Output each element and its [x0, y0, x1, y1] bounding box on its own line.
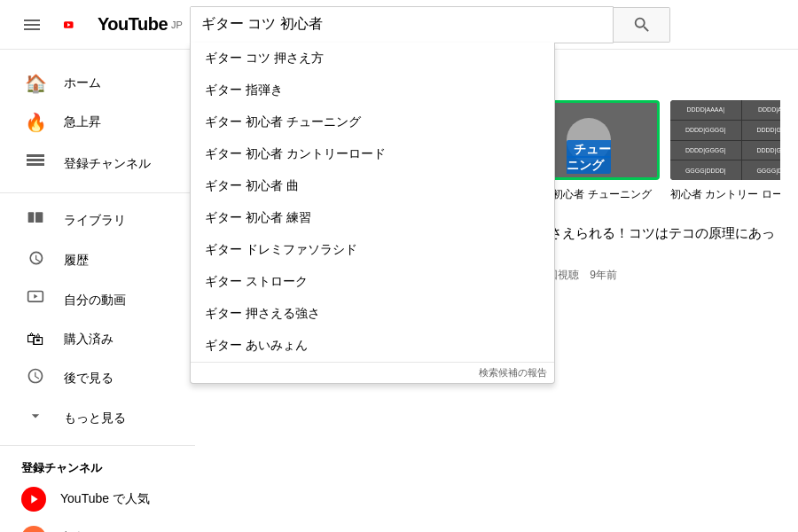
video-thumb-3: DDDD|AAAA| DDDD|AAAA| DDDD|GGGG| DDDD|GG…: [670, 100, 780, 180]
sidebar-label-subscriptions: 登録チャンネル: [64, 156, 151, 172]
dropdown-item-0[interactable]: ギター コツ 押さえ方: [191, 43, 554, 74]
tuning-label: チューニング: [567, 140, 611, 174]
svg-marker-9: [31, 495, 37, 503]
watch-later-svg: [27, 367, 44, 385]
trending-icon: 🔥: [25, 112, 46, 133]
home-icon: 🏠: [25, 73, 46, 94]
video-card-3[interactable]: DDDD|AAAA| DDDD|AAAA| DDDD|GGGG| DDDD|GG…: [670, 100, 780, 202]
search-input[interactable]: [191, 7, 613, 43]
search-container: ギター コツ 押さえ方 ギター 指弾き ギター 初心者 チューニング ギター 初…: [190, 6, 670, 43]
purchases-icon: 🛍: [25, 329, 46, 349]
channel-icon-popular: [21, 487, 46, 512]
dropdown-item-6[interactable]: ギター ドレミファソラシド: [191, 234, 554, 266]
my-videos-svg: [27, 289, 44, 307]
svg-rect-2: [27, 154, 44, 157]
header-left: YouTubeJP: [14, 7, 183, 43]
svg-rect-5: [28, 212, 35, 223]
search-wrapper: ギター コツ 押さえ方 ギター 指弾き ギター 初心者 チューニング ギター 初…: [190, 6, 614, 43]
dropdown-item-1[interactable]: ギター 指弾き: [191, 74, 554, 106]
sidebar-label-trending: 急上昇: [64, 114, 101, 130]
sidebar-item-subscriptions[interactable]: 登録チャンネル: [4, 142, 192, 185]
my-videos-icon: [25, 289, 46, 311]
sidebar-top-section: 🏠 ホーム 🔥 急上昇 登録チャンネル: [0, 57, 195, 193]
sidebar-channels-section: 登録チャンネル YouTube で人気 ♪ 音楽 ⚽: [0, 446, 195, 532]
channel-icon-music: ♪: [21, 526, 46, 532]
sidebar-item-library[interactable]: ライブラリ: [4, 200, 192, 240]
sidebar-label-history: 履歴: [64, 253, 89, 269]
youtube-logo[interactable]: YouTubeJP: [64, 14, 183, 35]
watch-later-icon: [25, 367, 46, 389]
subscriptions-icon: [25, 151, 46, 176]
dropdown-item-7[interactable]: ギター ストローク: [191, 266, 554, 298]
channel-icon-popular-svg: [27, 492, 41, 506]
header: YouTubeJP ギター コツ 押さえ方 ギター 指弾き ギター 初心者 チュ…: [0, 0, 798, 50]
sidebar-item-more[interactable]: もっと見る: [4, 398, 192, 438]
app-container: YouTubeJP ギター コツ 押さえ方 ギター 指弾き ギター 初心者 チュ…: [0, 0, 798, 532]
sidebar-item-trending[interactable]: 🔥 急上昇: [4, 103, 192, 142]
sidebar-item-purchases[interactable]: 🛍 購入済み: [4, 320, 192, 358]
library-icon: [25, 209, 46, 231]
sidebar-label-library: ライブラリ: [64, 213, 126, 229]
logo-text: YouTube: [98, 14, 168, 35]
svg-marker-8: [34, 294, 37, 299]
sidebar-item-watch-later[interactable]: 後で見る: [4, 358, 192, 398]
dropdown-footer[interactable]: 検索候補の報告: [191, 362, 554, 383]
sidebar-label-home: ホーム: [64, 75, 101, 91]
dropdown-item-5[interactable]: ギター 初心者 練習: [191, 202, 554, 234]
channel-item-popular[interactable]: YouTube で人気: [0, 480, 195, 519]
grid-thumb: DDDD|AAAA| DDDD|AAAA| DDDD|GGGG| DDDD|GG…: [670, 100, 780, 180]
sidebar: 🏠 ホーム 🔥 急上昇 登録チャンネル: [0, 50, 195, 532]
dropdown-item-4[interactable]: ギター 初心者 曲: [191, 170, 554, 202]
svg-rect-6: [35, 212, 43, 223]
more-icon: [25, 407, 46, 429]
sidebar-label-my-videos: 自分の動画: [64, 293, 126, 309]
sidebar-item-history[interactable]: 履歴: [4, 240, 192, 280]
sidebar-item-home[interactable]: 🏠 ホーム: [4, 64, 192, 103]
channel-label-popular: YouTube で人気: [60, 491, 150, 507]
search-icon: [632, 15, 652, 35]
search-button[interactable]: [614, 7, 670, 43]
video-title-3: 初心者 カントリー ロード: [670, 187, 780, 202]
library-svg: [27, 209, 44, 227]
subscriptions-svg: [25, 151, 46, 172]
sidebar-label-purchases: 購入済み: [64, 332, 113, 348]
sidebar-label-more: もっと見る: [64, 411, 126, 426]
dropdown-item-8[interactable]: ギター 押さえる強さ: [191, 298, 554, 330]
hamburger-button[interactable]: [14, 7, 50, 43]
more-svg: [27, 407, 44, 425]
channel-item-music[interactable]: ♪ 音楽: [0, 519, 195, 532]
dropdown-item-9[interactable]: ギター あいみょん: [191, 330, 554, 362]
sidebar-item-my-videos[interactable]: 自分の動画: [4, 280, 192, 320]
hamburger-icon: [21, 14, 43, 35]
history-svg: [27, 249, 44, 267]
logo-jp: JP: [171, 20, 183, 30]
search-dropdown: ギター コツ 押さえ方 ギター 指弾き ギター 初心者 チューニング ギター 初…: [190, 43, 555, 384]
channels-header: 登録チャンネル: [0, 453, 195, 480]
svg-rect-4: [27, 163, 44, 166]
youtube-logo-icon: [64, 14, 94, 35]
dropdown-item-2[interactable]: ギター 初心者 チューニング: [191, 106, 554, 138]
svg-rect-3: [27, 159, 44, 161]
history-icon: [25, 249, 46, 271]
dropdown-item-3[interactable]: ギター 初心者 カントリーロード: [191, 138, 554, 170]
sidebar-library-section: ライブラリ 履歴 自分の動画 🛍 購入済み: [0, 193, 195, 446]
sidebar-label-watch-later: 後で見る: [64, 371, 113, 387]
